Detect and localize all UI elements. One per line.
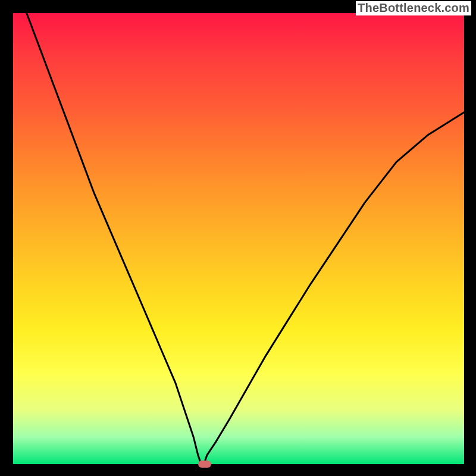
chart-frame: TheBottleneck.com [0, 0, 476, 476]
plot-area [13, 13, 464, 464]
minimum-marker [198, 461, 211, 468]
bottleneck-curve [27, 13, 464, 464]
watermark-text: TheBottleneck.com [356, 1, 471, 15]
curve-svg [13, 13, 464, 464]
